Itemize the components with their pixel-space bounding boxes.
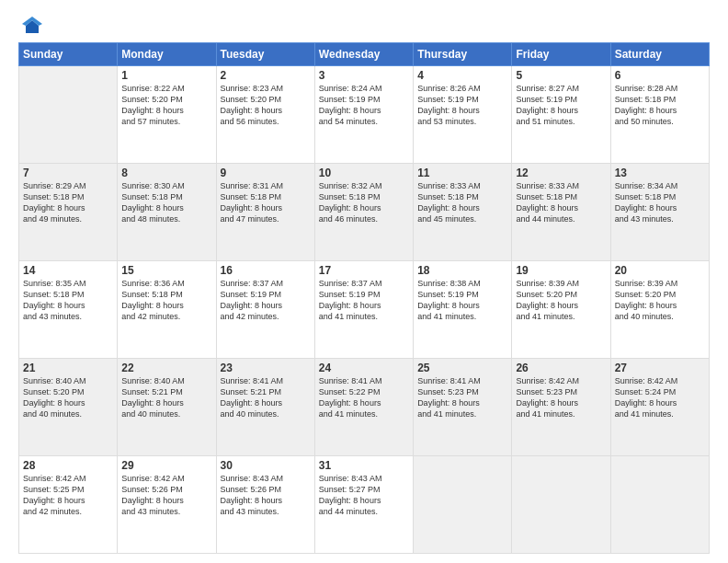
week-row-3: 21Sunrise: 8:40 AMSunset: 5:20 PMDayligh… <box>19 359 710 456</box>
day-cell <box>610 456 709 554</box>
day-info: Sunrise: 8:41 AMSunset: 5:21 PMDaylight:… <box>221 375 311 420</box>
day-cell: 30Sunrise: 8:43 AMSunset: 5:26 PMDayligh… <box>216 456 314 554</box>
day-info: Sunrise: 8:31 AMSunset: 5:18 PMDaylight:… <box>221 180 311 225</box>
day-info: Sunrise: 8:42 AMSunset: 5:26 PMDaylight:… <box>121 473 211 518</box>
day-number: 3 <box>319 69 409 82</box>
day-number: 30 <box>221 459 311 472</box>
day-info: Sunrise: 8:23 AMSunset: 5:20 PMDaylight:… <box>221 83 311 128</box>
calendar-body: 1Sunrise: 8:22 AMSunset: 5:20 PMDaylight… <box>19 66 710 554</box>
day-number: 11 <box>417 167 507 179</box>
day-cell <box>512 456 610 554</box>
day-cell: 31Sunrise: 8:43 AMSunset: 5:27 PMDayligh… <box>314 456 413 554</box>
day-info: Sunrise: 8:22 AMSunset: 5:20 PMDaylight:… <box>121 83 211 128</box>
day-cell: 26Sunrise: 8:42 AMSunset: 5:23 PMDayligh… <box>512 359 610 456</box>
logo-icon <box>22 17 42 37</box>
day-number: 2 <box>221 69 311 82</box>
day-info: Sunrise: 8:27 AMSunset: 5:19 PMDaylight:… <box>516 83 606 128</box>
day-number: 24 <box>319 362 409 374</box>
day-cell: 22Sunrise: 8:40 AMSunset: 5:21 PMDayligh… <box>118 359 216 456</box>
day-info: Sunrise: 8:28 AMSunset: 5:18 PMDaylight:… <box>615 83 705 128</box>
day-number: 15 <box>121 264 211 277</box>
logo <box>18 17 42 37</box>
day-cell: 5Sunrise: 8:27 AMSunset: 5:19 PMDaylight… <box>512 66 610 164</box>
day-cell: 9Sunrise: 8:31 AMSunset: 5:18 PMDaylight… <box>216 164 314 261</box>
day-info: Sunrise: 8:43 AMSunset: 5:27 PMDaylight:… <box>319 473 409 518</box>
header-wednesday: Wednesday <box>314 43 413 66</box>
day-info: Sunrise: 8:35 AMSunset: 5:18 PMDaylight:… <box>23 278 113 323</box>
day-info: Sunrise: 8:40 AMSunset: 5:21 PMDaylight:… <box>121 375 211 420</box>
day-info: Sunrise: 8:24 AMSunset: 5:19 PMDaylight:… <box>319 83 409 128</box>
day-info: Sunrise: 8:39 AMSunset: 5:20 PMDaylight:… <box>615 278 705 323</box>
day-cell: 23Sunrise: 8:41 AMSunset: 5:21 PMDayligh… <box>216 359 314 456</box>
day-cell: 20Sunrise: 8:39 AMSunset: 5:20 PMDayligh… <box>610 261 709 359</box>
week-row-4: 28Sunrise: 8:42 AMSunset: 5:25 PMDayligh… <box>19 456 710 554</box>
day-info: Sunrise: 8:36 AMSunset: 5:18 PMDaylight:… <box>121 278 211 323</box>
day-cell: 27Sunrise: 8:42 AMSunset: 5:24 PMDayligh… <box>610 359 709 456</box>
day-info: Sunrise: 8:43 AMSunset: 5:26 PMDaylight:… <box>221 473 311 518</box>
day-number: 8 <box>121 167 211 179</box>
day-cell: 7Sunrise: 8:29 AMSunset: 5:18 PMDaylight… <box>19 164 118 261</box>
day-number: 27 <box>615 362 705 374</box>
day-cell: 15Sunrise: 8:36 AMSunset: 5:18 PMDayligh… <box>118 261 216 359</box>
day-cell: 3Sunrise: 8:24 AMSunset: 5:19 PMDaylight… <box>314 66 413 164</box>
day-number: 19 <box>516 264 606 277</box>
day-number: 12 <box>516 167 606 179</box>
day-info: Sunrise: 8:40 AMSunset: 5:20 PMDaylight:… <box>23 375 113 420</box>
week-row-0: 1Sunrise: 8:22 AMSunset: 5:20 PMDaylight… <box>19 66 710 164</box>
day-info: Sunrise: 8:33 AMSunset: 5:18 PMDaylight:… <box>516 180 606 225</box>
day-info: Sunrise: 8:41 AMSunset: 5:22 PMDaylight:… <box>319 375 409 420</box>
day-cell: 29Sunrise: 8:42 AMSunset: 5:26 PMDayligh… <box>118 456 216 554</box>
day-cell: 14Sunrise: 8:35 AMSunset: 5:18 PMDayligh… <box>19 261 118 359</box>
day-cell: 16Sunrise: 8:37 AMSunset: 5:19 PMDayligh… <box>216 261 314 359</box>
day-number: 6 <box>615 69 705 82</box>
day-number: 28 <box>23 459 113 472</box>
day-cell: 18Sunrise: 8:38 AMSunset: 5:19 PMDayligh… <box>414 261 512 359</box>
day-cell: 24Sunrise: 8:41 AMSunset: 5:22 PMDayligh… <box>314 359 413 456</box>
day-info: Sunrise: 8:42 AMSunset: 5:23 PMDaylight:… <box>516 375 606 420</box>
day-cell <box>19 66 118 164</box>
day-number: 14 <box>23 264 113 277</box>
header-monday: Monday <box>118 43 216 66</box>
day-info: Sunrise: 8:38 AMSunset: 5:19 PMDaylight:… <box>417 278 507 323</box>
page: SundayMondayTuesdayWednesdayThursdayFrid… <box>0 0 728 563</box>
day-number: 25 <box>417 362 507 374</box>
day-cell: 12Sunrise: 8:33 AMSunset: 5:18 PMDayligh… <box>512 164 610 261</box>
day-cell: 13Sunrise: 8:34 AMSunset: 5:18 PMDayligh… <box>610 164 709 261</box>
day-cell: 1Sunrise: 8:22 AMSunset: 5:20 PMDaylight… <box>118 66 216 164</box>
day-number: 16 <box>221 264 311 277</box>
day-number: 1 <box>121 69 211 82</box>
day-number: 17 <box>319 264 409 277</box>
day-number: 4 <box>417 69 507 82</box>
day-info: Sunrise: 8:33 AMSunset: 5:18 PMDaylight:… <box>417 180 507 225</box>
header <box>18 17 710 37</box>
day-number: 22 <box>121 362 211 374</box>
day-info: Sunrise: 8:39 AMSunset: 5:20 PMDaylight:… <box>516 278 606 323</box>
day-number: 13 <box>615 167 705 179</box>
day-number: 10 <box>319 167 409 179</box>
day-number: 29 <box>121 459 211 472</box>
day-number: 20 <box>615 264 705 277</box>
day-info: Sunrise: 8:32 AMSunset: 5:18 PMDaylight:… <box>319 180 409 225</box>
day-info: Sunrise: 8:26 AMSunset: 5:19 PMDaylight:… <box>417 83 507 128</box>
day-cell: 6Sunrise: 8:28 AMSunset: 5:18 PMDaylight… <box>610 66 709 164</box>
day-cell: 8Sunrise: 8:30 AMSunset: 5:18 PMDaylight… <box>118 164 216 261</box>
day-cell: 25Sunrise: 8:41 AMSunset: 5:23 PMDayligh… <box>414 359 512 456</box>
day-info: Sunrise: 8:34 AMSunset: 5:18 PMDaylight:… <box>615 180 705 225</box>
header-row: SundayMondayTuesdayWednesdayThursdayFrid… <box>19 43 710 66</box>
day-number: 21 <box>23 362 113 374</box>
day-info: Sunrise: 8:37 AMSunset: 5:19 PMDaylight:… <box>221 278 311 323</box>
day-info: Sunrise: 8:42 AMSunset: 5:25 PMDaylight:… <box>23 473 113 518</box>
header-saturday: Saturday <box>610 43 709 66</box>
day-cell: 28Sunrise: 8:42 AMSunset: 5:25 PMDayligh… <box>19 456 118 554</box>
day-number: 26 <box>516 362 606 374</box>
day-info: Sunrise: 8:30 AMSunset: 5:18 PMDaylight:… <box>121 180 211 225</box>
day-cell: 19Sunrise: 8:39 AMSunset: 5:20 PMDayligh… <box>512 261 610 359</box>
day-number: 5 <box>516 69 606 82</box>
day-number: 23 <box>221 362 311 374</box>
day-cell: 2Sunrise: 8:23 AMSunset: 5:20 PMDaylight… <box>216 66 314 164</box>
day-info: Sunrise: 8:29 AMSunset: 5:18 PMDaylight:… <box>23 180 113 225</box>
day-cell: 11Sunrise: 8:33 AMSunset: 5:18 PMDayligh… <box>414 164 512 261</box>
header-tuesday: Tuesday <box>216 43 314 66</box>
week-row-1: 7Sunrise: 8:29 AMSunset: 5:18 PMDaylight… <box>19 164 710 261</box>
day-cell: 10Sunrise: 8:32 AMSunset: 5:18 PMDayligh… <box>314 164 413 261</box>
